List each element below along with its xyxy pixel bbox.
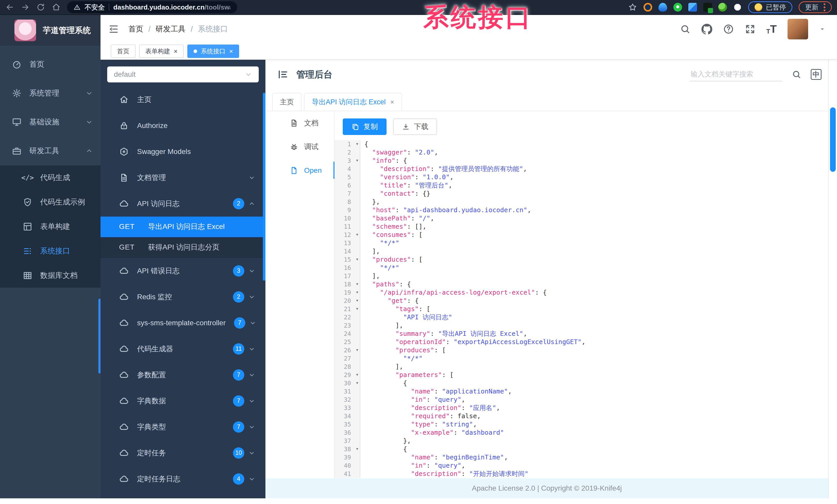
line-number: 1▾ [335,140,360,148]
line-number: 22 [335,313,360,321]
side-tab-debug[interactable]: 调试 [265,135,334,158]
swagger-item-label: 文档管理 [137,173,166,183]
chevron-down-icon [86,90,93,97]
fold-toggle-icon[interactable]: ▾ [356,378,359,387]
sidebar-item-form-builder[interactable]: 表单构建 [0,214,101,239]
swagger-item-authorize[interactable]: Authorize [101,113,265,138]
doc-tab-home[interactable]: 主页 [272,93,302,111]
sidebar-item-infrastructure[interactable]: 基础设施 [0,108,101,136]
download-button[interactable]: 下载 [393,118,437,135]
sidebar-item-code-generation[interactable]: </>代码生成 [0,165,101,190]
collapse-sidebar-icon[interactable] [108,24,119,35]
update-button[interactable]: 更新 [799,1,832,13]
swagger-item-home[interactable]: 主页 [101,87,265,113]
swagger-item-api-access-log[interactable]: API 访问日志2 [101,191,265,217]
fullscreen-icon[interactable] [745,24,755,35]
endpoint-get-api-access-log-page[interactable]: GET获得API 访问日志分页 [101,237,265,258]
github-icon[interactable] [701,24,712,35]
swagger-item-post[interactable]: 岗位 [101,492,265,498]
side-tab-doc[interactable]: 文档 [265,111,334,135]
fold-toggle-icon[interactable]: ▾ [356,156,359,164]
close-icon[interactable]: × [229,48,233,55]
line-number: 31 [335,387,360,396]
sidebar-item-code-generation-demo[interactable]: 代码生成示例 [0,190,101,214]
main-scrollbar-track[interactable] [828,60,837,498]
fold-toggle-icon[interactable]: ▾ [356,445,359,453]
swagger-item-scheduled-task-log[interactable]: 定时任务日志4 [101,466,265,492]
doc-search-input[interactable] [690,68,782,81]
chevron-up-icon [248,200,255,207]
fold-toggle-icon[interactable]: ▾ [356,288,359,296]
fold-toggle-icon[interactable]: ▾ [356,255,359,263]
search-icon[interactable] [680,24,691,35]
chevron-down-icon[interactable] [819,26,826,33]
search-icon[interactable] [791,70,801,79]
fold-toggle-icon[interactable]: ▾ [356,230,359,239]
breadcrumb-item[interactable]: 研发工具 [156,24,185,34]
count-badge: 7 [233,421,244,433]
extension-icon[interactable] [733,3,742,12]
forward-icon[interactable] [21,3,30,12]
swagger-item-dict-data[interactable]: 字典数据7 [101,388,265,414]
count-badge: 2 [233,291,244,303]
tab-home[interactable]: 首页 [111,44,136,58]
avatar[interactable] [787,19,808,39]
home-icon[interactable] [52,3,61,12]
fold-toggle-icon[interactable]: ▾ [356,304,359,313]
menu-lines-icon[interactable] [277,69,289,80]
doc-tab-export-api-access-log-excel[interactable]: 导出API 访问日志 Excel× [304,93,402,111]
swagger-item-param-config[interactable]: 参数配置7 [101,362,265,388]
swagger-item-api-error-log[interactable]: API 错误日志3 [101,258,265,284]
swagger-item-swagger-models[interactable]: Swagger Models [101,138,265,165]
sidebar-item-system-manage[interactable]: 系统管理 [0,79,101,108]
extension-icon[interactable] [673,3,682,12]
swagger-item-doc-manage[interactable]: 文档管理 [101,165,265,191]
extension-icon[interactable] [643,3,652,12]
sidebar-scrollbar[interactable] [99,299,101,373]
side-tab-open[interactable]: Open [265,158,334,182]
breadcrumb-item[interactable]: 首页 [128,24,143,34]
endpoint-export-api-access-log-excel[interactable]: GET导出API 访问日志 Excel [101,217,265,237]
swagger-item-dict-type[interactable]: 字典类型7 [101,414,265,440]
tab-system-api[interactable]: 系统接口× [188,44,239,58]
paused-badge[interactable]: 已暂停 [748,1,793,13]
swagger-item-redis-monitor[interactable]: Redis 监控2 [101,284,265,310]
swagger-item-code-generator[interactable]: 代码生成器11 [101,336,265,362]
bookmark-star-icon[interactable] [628,3,637,12]
sidebar-item-system-api[interactable]: 系统接口 [0,239,101,263]
sidebar-item-home[interactable]: 首页 [0,50,101,79]
code-editor[interactable]: 1▾{2 "swagger": "2.0",3▾ "info": {4 "des… [335,140,828,478]
address-bar[interactable]: 不安全 dashboard.yudao.iocoder.cn/tool/swag… [67,1,237,13]
fold-toggle-icon[interactable]: ▾ [356,140,359,148]
tab-form-builder[interactable]: 表单构建× [139,44,184,58]
main-scrollbar-thumb[interactable] [830,107,836,172]
code-line: 37 }, [335,437,828,445]
language-toggle-icon[interactable]: 中 [811,69,821,80]
fold-toggle-icon[interactable]: ▾ [356,296,359,304]
close-icon[interactable]: × [390,98,394,106]
fold-toggle-icon[interactable]: ▾ [356,370,359,378]
chevron-down-icon [248,476,255,482]
sidebar-item-database-doc[interactable]: 数据库文档 [0,263,101,288]
extension-icon[interactable] [688,3,697,12]
sidebar-item-dev-tools[interactable]: 研发工具 [0,136,101,165]
extension-icon[interactable] [658,3,667,12]
swagger-item-label: 定时任务日志 [137,474,180,484]
swagger-scrollbar[interactable] [263,93,265,281]
active-tab-indicator [334,162,335,179]
font-size-icon[interactable]: TT [766,24,777,35]
help-icon[interactable] [723,24,734,35]
api-group-select[interactable]: default [107,67,259,82]
close-icon[interactable]: × [174,48,178,55]
extension-icon[interactable] [703,3,712,12]
fold-toggle-icon[interactable]: ▾ [356,280,359,288]
swagger-item-scheduled-task[interactable]: 定时任务10 [101,440,265,466]
browser-menu-icon[interactable] [824,3,825,11]
dashboard-icon [12,59,22,69]
swagger-item-sys-sms-template-controller[interactable]: sys-sms-template-controller7 [101,310,265,336]
extension-icon[interactable] [718,3,727,12]
back-icon[interactable] [5,3,14,12]
copy-button[interactable]: 复制 [343,118,387,135]
fold-toggle-icon[interactable]: ▾ [356,346,359,354]
reload-icon[interactable] [36,3,46,12]
